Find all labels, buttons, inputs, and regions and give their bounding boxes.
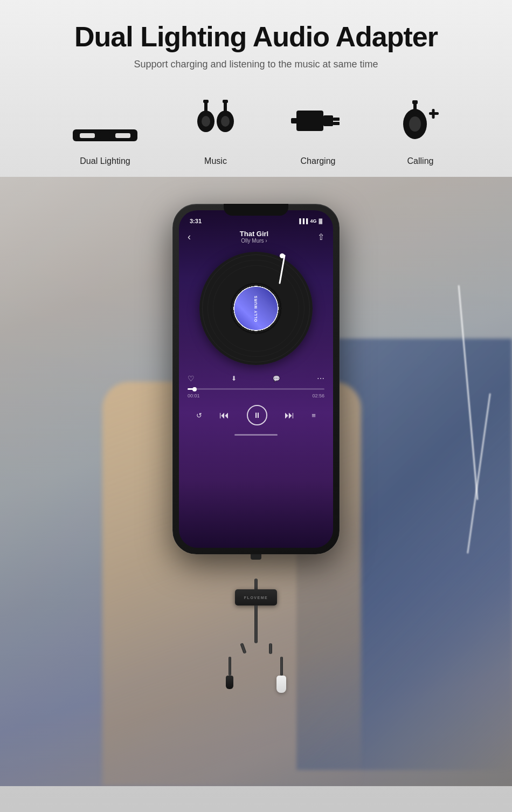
song-artist: Olly Murs › [240,238,268,244]
svg-rect-7 [203,100,209,103]
music-app-header: ‹ That Girl Olly Murs › ⇧ [179,226,333,247]
icons-row: Dual Lighting [0,81,512,177]
playlist-icon[interactable]: ≡ [312,411,316,419]
svg-rect-15 [333,122,340,125]
svg-point-18 [409,116,421,132]
prev-icon[interactable]: ⏮ [219,410,229,421]
dual-lighting-icon [70,119,140,151]
share-icon[interactable]: ⇧ [317,232,324,242]
svg-point-5 [202,116,210,127]
repeat-icon[interactable]: ↺ [196,411,202,419]
time-current: 00:01 [188,393,200,398]
pause-button[interactable]: ⏸ [247,405,267,425]
network-icon: 4G [310,218,316,224]
phone-device: 3:31 ▐▐▐ 4G ▓ ‹ That Girl Ol [172,204,340,560]
song-title: That Girl [240,230,268,238]
bottom-cable-main [254,605,258,643]
earphone-bud-on-vinyl [280,253,285,258]
svg-rect-13 [323,115,333,126]
icon-item-dual-lighting: Dual Lighting [70,119,140,166]
vinyl-center: OLLY MURS [234,287,278,330]
top-cable [254,579,258,589]
music-label: Music [204,156,227,166]
music-actions: ♡ ⬇ 💬 ⋯ [188,372,324,385]
page-title: Dual Lighting Audio Adapter [32,22,480,52]
charging-label: Charging [301,156,336,166]
album-art: OLLY MURS [197,249,315,368]
svg-rect-14 [333,118,340,121]
svg-rect-11 [223,100,228,103]
connectors-row [226,657,286,693]
album-art-text: OLLY MURS [234,287,278,330]
audio-connector [226,676,233,689]
audio-cable [229,657,231,676]
icon-item-charging: Charging [291,102,345,166]
svg-rect-1 [80,133,95,138]
home-indicator [234,434,278,436]
svg-rect-12 [296,111,323,131]
cable-left-branch [240,643,246,654]
time-display: 00:01 02:56 [188,393,324,398]
svg-rect-20 [412,100,418,104]
battery-icon: ▓ [319,218,322,224]
connector-audio [226,657,233,693]
time-total: 02:56 [312,393,324,398]
playback-controls: ↺ ⏮ ⏸ ⏭ ≡ [188,403,324,428]
phone-outer-shell: 3:31 ▐▐▐ 4G ▓ ‹ That Girl Ol [172,204,340,554]
progress-bar[interactable] [188,388,324,390]
home-indicator-area [179,430,333,438]
adapter-assembly: FLOVEME [224,579,288,693]
vinyl-record: OLLY MURS [199,252,313,365]
adapter-brand-label: FLOVEME [244,596,268,600]
signal-icon: ▐▐▐ [297,218,308,224]
back-arrow-icon[interactable]: ‹ [188,231,191,243]
status-time: 3:31 [190,218,202,224]
connector-charging [276,657,286,693]
svg-rect-16 [291,118,297,123]
svg-rect-2 [115,133,130,138]
cable-split [224,643,288,654]
page-wrapper: Dual Lighting Audio Adapter Support char… [0,0,512,812]
product-section: 3:31 ▐▐▐ 4G ▓ ‹ That Girl Ol [0,177,512,786]
svg-rect-22 [432,109,435,119]
music-controls-area: ♡ ⬇ 💬 ⋯ 00:01 [179,370,333,430]
progress-fill [188,388,195,390]
download-icon[interactable]: ⬇ [231,375,237,382]
heart-icon[interactable]: ♡ [188,374,195,383]
adapter-body: FLOVEME [235,589,277,605]
phone-notch [224,204,288,216]
charging-icon [291,102,345,151]
next-icon[interactable]: ⏭ [285,410,294,421]
icon-item-calling: Calling [399,97,442,166]
svg-rect-3 [100,132,110,139]
calling-icon [399,97,442,151]
pause-icon: ⏸ [253,411,261,419]
more-icon[interactable]: ⋯ [317,374,324,383]
charging-connector [276,676,286,693]
song-info: That Girl Olly Murs › [240,230,268,244]
svg-point-9 [221,116,230,127]
page-subtitle: Support charging and listening to the mu… [32,59,480,70]
status-icons: ▐▐▐ 4G ▓ [297,218,322,224]
lightning-port [251,554,261,560]
icon-item-music: Music [194,97,237,166]
header-section: Dual Lighting Audio Adapter Support char… [0,0,512,81]
comment-icon[interactable]: 💬 [273,375,280,382]
dual-lighting-label: Dual Lighting [80,156,130,166]
svg-rect-19 [413,102,417,114]
charging-cable [280,657,283,676]
calling-label: Calling [407,156,434,166]
cable-right-branch [269,643,272,654]
progress-dot [192,387,197,391]
music-icon [194,97,237,151]
phone-screen: 3:31 ▐▐▐ 4G ▓ ‹ That Girl Ol [179,210,333,548]
